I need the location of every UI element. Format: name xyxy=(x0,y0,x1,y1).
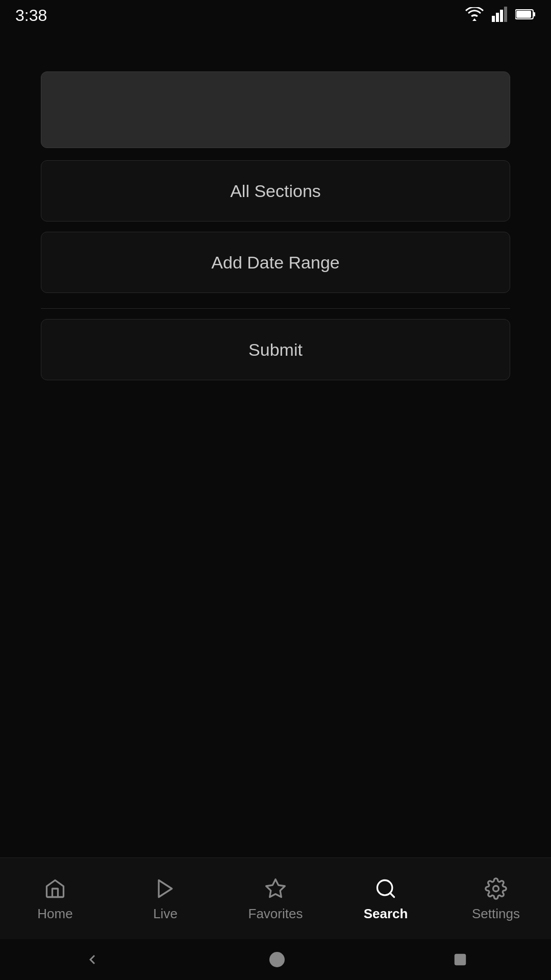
favorites-icon xyxy=(262,875,289,902)
signal-icon xyxy=(492,7,507,24)
nav-label-settings: Settings xyxy=(472,906,520,922)
svg-rect-2 xyxy=(500,10,503,22)
add-date-range-button[interactable]: Add Date Range xyxy=(41,232,510,293)
svg-rect-13 xyxy=(455,954,465,965)
home-system-button[interactable] xyxy=(268,950,286,969)
svg-marker-7 xyxy=(159,880,172,897)
svg-rect-5 xyxy=(533,12,535,16)
divider xyxy=(41,308,510,309)
wifi-icon xyxy=(465,7,484,23)
nav-item-live[interactable]: Live xyxy=(110,875,220,922)
nav-label-home: Home xyxy=(37,906,72,922)
search-input-container xyxy=(41,71,510,148)
svg-rect-3 xyxy=(504,7,507,22)
main-content: All Sections Add Date Range Submit xyxy=(0,31,551,380)
system-nav xyxy=(0,939,551,980)
search-input[interactable] xyxy=(41,71,510,148)
svg-marker-8 xyxy=(266,879,285,897)
nav-label-search: Search xyxy=(364,906,408,922)
nav-item-settings[interactable]: Settings xyxy=(441,875,551,922)
bottom-nav: Home Live Favorites Search xyxy=(0,857,551,939)
status-bar: 3:38 xyxy=(0,0,551,31)
nav-item-home[interactable]: Home xyxy=(0,875,110,922)
recents-button[interactable] xyxy=(453,952,468,967)
svg-rect-6 xyxy=(516,11,531,18)
nav-label-favorites: Favorites xyxy=(248,906,303,922)
status-time: 3:38 xyxy=(15,6,47,25)
svg-point-11 xyxy=(493,886,499,892)
battery-icon xyxy=(515,9,536,22)
search-nav-icon xyxy=(372,875,399,902)
home-icon xyxy=(42,875,68,902)
nav-item-search[interactable]: Search xyxy=(331,875,441,922)
svg-rect-1 xyxy=(496,13,499,22)
back-button[interactable] xyxy=(83,950,102,969)
svg-rect-0 xyxy=(492,16,495,22)
status-icons xyxy=(465,7,536,24)
all-sections-button[interactable]: All Sections xyxy=(41,160,510,222)
svg-line-10 xyxy=(390,893,394,897)
nav-item-favorites[interactable]: Favorites xyxy=(220,875,331,922)
nav-label-live: Live xyxy=(153,906,178,922)
settings-icon xyxy=(483,875,509,902)
submit-button[interactable]: Submit xyxy=(41,319,510,380)
live-icon xyxy=(152,875,179,902)
svg-point-12 xyxy=(269,952,285,967)
